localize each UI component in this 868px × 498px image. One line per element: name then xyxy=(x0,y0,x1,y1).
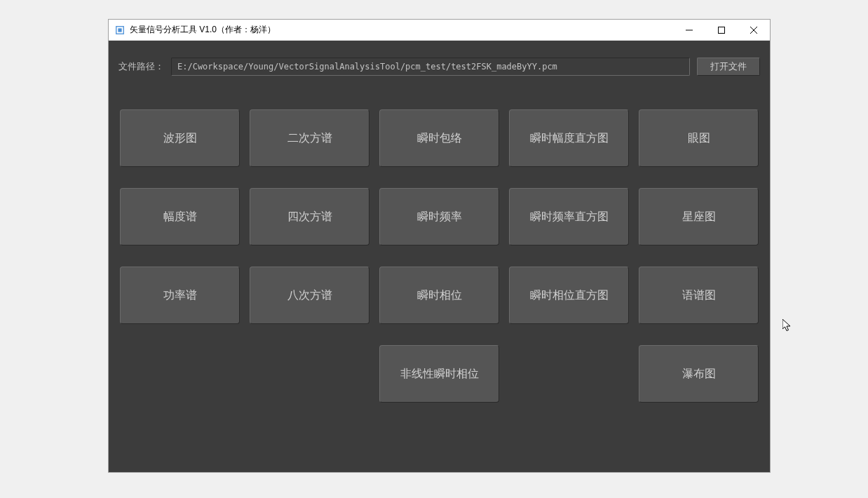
instantaneous-phase-histogram-button[interactable]: 瞬时相位直方图 xyxy=(509,267,629,324)
empty-cell xyxy=(509,345,629,403)
mouse-cursor-icon xyxy=(782,319,794,333)
empty-cell xyxy=(250,345,369,403)
waveform-button[interactable]: 波形图 xyxy=(120,109,240,167)
amplitude-spectrum-button[interactable]: 幅度谱 xyxy=(120,188,240,245)
instantaneous-frequency-histogram-button[interactable]: 瞬时频率直方图 xyxy=(509,188,629,245)
titlebar: 矢量信号分析工具 V1.0（作者：杨洋） xyxy=(109,20,770,41)
power-spectrum-button[interactable]: 功率谱 xyxy=(120,267,240,324)
instantaneous-envelope-button[interactable]: 瞬时包络 xyxy=(379,109,499,167)
close-button[interactable] xyxy=(738,20,770,40)
waterfall-plot-button[interactable]: 瀑布图 xyxy=(639,345,759,403)
instantaneous-frequency-button[interactable]: 瞬时频率 xyxy=(379,188,499,245)
window-title: 矢量信号分析工具 V1.0（作者：杨洋） xyxy=(130,24,673,36)
svg-rect-3 xyxy=(719,27,725,33)
empty-cell xyxy=(120,345,240,403)
open-file-button[interactable]: 打开文件 xyxy=(697,58,760,76)
eye-diagram-button[interactable]: 眼图 xyxy=(639,109,759,167)
nonlinear-instantaneous-phase-button[interactable]: 非线性瞬时相位 xyxy=(379,345,499,403)
maximize-button[interactable] xyxy=(705,20,738,40)
main-window: 矢量信号分析工具 V1.0（作者：杨洋） 文件路径： 打开文件 波形图 二次方谱… xyxy=(108,19,771,473)
content-area: 文件路径： 打开文件 波形图 二次方谱 瞬时包络 瞬时幅度直方图 眼图 幅度谱 … xyxy=(109,41,770,472)
spectrogram-button[interactable]: 语谱图 xyxy=(639,267,759,324)
svg-rect-1 xyxy=(118,28,121,32)
instantaneous-phase-button[interactable]: 瞬时相位 xyxy=(379,267,499,324)
constellation-diagram-button[interactable]: 星座图 xyxy=(639,188,759,245)
second-power-spectrum-button[interactable]: 二次方谱 xyxy=(250,109,369,167)
minimize-button[interactable] xyxy=(673,20,705,40)
analysis-button-grid: 波形图 二次方谱 瞬时包络 瞬时幅度直方图 眼图 幅度谱 四次方谱 瞬时频率 瞬… xyxy=(118,109,760,403)
instantaneous-amplitude-histogram-button[interactable]: 瞬时幅度直方图 xyxy=(509,109,629,167)
filepath-row: 文件路径： 打开文件 xyxy=(118,58,760,76)
filepath-input[interactable] xyxy=(171,58,690,76)
fourth-power-spectrum-button[interactable]: 四次方谱 xyxy=(250,188,369,245)
filepath-label: 文件路径： xyxy=(118,60,164,73)
window-controls xyxy=(673,20,770,40)
eighth-power-spectrum-button[interactable]: 八次方谱 xyxy=(250,267,369,324)
app-icon xyxy=(114,25,126,36)
